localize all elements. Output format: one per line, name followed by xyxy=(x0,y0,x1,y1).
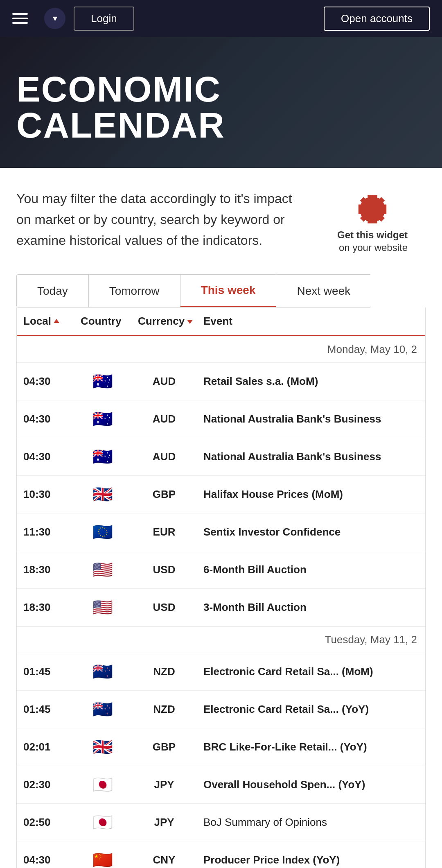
cell-currency: USD xyxy=(131,592,197,623)
cell-currency: EUR xyxy=(131,517,197,547)
cell-currency: AUD xyxy=(131,404,197,434)
calendar-table: Local Country Currency Event Monday, May… xyxy=(16,307,426,868)
cell-event: BoJ Summary of Opinions xyxy=(197,807,425,838)
sort-arrow-up-icon xyxy=(54,319,59,323)
table-row: 01:45 🇳🇿 NZD Electronic Card Retail Sa..… xyxy=(17,653,425,691)
cell-flag: 🇳🇿 xyxy=(74,653,131,690)
cell-currency: NZD xyxy=(131,694,197,725)
cell-time: 02:30 xyxy=(17,769,74,800)
cell-time: 01:45 xyxy=(17,656,74,687)
cell-event: 3-Month Bill Auction xyxy=(197,592,425,623)
cell-flag: 🇪🇺 xyxy=(74,513,131,551)
cell-time: 04:30 xyxy=(17,366,74,397)
cell-event: Producer Price Index (YoY) xyxy=(197,845,425,868)
cell-time: 02:01 xyxy=(17,732,74,762)
cell-flag: 🇺🇸 xyxy=(74,589,131,626)
header-currency[interactable]: Currency xyxy=(131,315,197,328)
cell-currency: JPY xyxy=(131,769,197,800)
open-accounts-button[interactable]: Open accounts xyxy=(324,7,430,31)
table-row: 02:01 🇬🇧 GBP BRC Like-For-Like Retail...… xyxy=(17,728,425,766)
table-header: Local Country Currency Event xyxy=(17,307,425,336)
header-event: Event xyxy=(197,315,425,328)
cell-event: National Australia Bank's Business xyxy=(197,404,425,434)
table-row: 04:30 🇦🇺 AUD National Australia Bank's B… xyxy=(17,400,425,438)
cell-flag: 🇯🇵 xyxy=(74,766,131,803)
table-row: 11:30 🇪🇺 EUR Sentix Investor Confidence xyxy=(17,513,425,551)
tabs-container: Today Tomorrow This week Next week xyxy=(0,274,442,307)
cell-event: Sentix Investor Confidence xyxy=(197,517,425,547)
cell-flag: 🇦🇺 xyxy=(74,438,131,475)
cell-currency: CNY xyxy=(131,845,197,868)
cell-time: 01:45 xyxy=(17,694,74,725)
cell-event: Electronic Card Retail Sa... (YoY) xyxy=(197,694,425,725)
cell-flag: 🇦🇺 xyxy=(74,363,131,400)
cell-event: BRC Like-For-Like Retail... (YoY) xyxy=(197,732,425,762)
hero-section: ECONOMIC CALENDAR xyxy=(0,37,442,168)
cell-flag: 🇬🇧 xyxy=(74,476,131,513)
cell-time: 11:30 xyxy=(17,517,74,547)
day-separator-tuesday: Tuesday, May 11, 2 xyxy=(17,626,425,653)
cell-flag: 🇳🇿 xyxy=(74,691,131,728)
cell-currency: NZD xyxy=(131,656,197,687)
gear-icon xyxy=(354,188,391,225)
cell-event: Electronic Card Retail Sa... (MoM) xyxy=(197,656,425,687)
cell-time: 04:30 xyxy=(17,441,74,472)
cell-event: Halifax House Prices (MoM) xyxy=(197,479,425,510)
widget-promo-label: Get this widget on your website xyxy=(337,228,408,254)
cell-currency: AUD xyxy=(131,366,197,397)
navbar: ▾ Login Open accounts xyxy=(0,0,442,37)
table-row: 02:50 🇯🇵 JPY BoJ Summary of Opinions xyxy=(17,804,425,841)
cell-event: 6-Month Bill Auction xyxy=(197,554,425,585)
cell-currency: USD xyxy=(131,554,197,585)
page-title: ECONOMIC CALENDAR xyxy=(16,71,225,143)
tab-this-week[interactable]: This week xyxy=(180,275,277,307)
cell-currency: GBP xyxy=(131,732,197,762)
cell-flag: 🇺🇸 xyxy=(74,551,131,588)
table-row: 04:30 🇦🇺 AUD Retail Sales s.a. (MoM) xyxy=(17,363,425,400)
cell-event: Retail Sales s.a. (MoM) xyxy=(197,366,425,397)
tabs: Today Tomorrow This week Next week xyxy=(16,274,371,307)
description-section: You may filter the data accordingly to i… xyxy=(0,168,442,274)
chevron-down-icon: ▾ xyxy=(53,13,57,24)
cell-event: Overall Household Spen... (YoY) xyxy=(197,769,425,800)
tab-today[interactable]: Today xyxy=(17,275,89,307)
cell-flag: 🇬🇧 xyxy=(74,728,131,766)
table-row: 01:45 🇳🇿 NZD Electronic Card Retail Sa..… xyxy=(17,691,425,728)
cell-flag: 🇯🇵 xyxy=(74,804,131,841)
description-text: You may filter the data accordingly to i… xyxy=(16,188,303,251)
cell-time: 10:30 xyxy=(17,479,74,510)
tab-next-week[interactable]: Next week xyxy=(276,275,371,307)
header-local[interactable]: Local xyxy=(17,315,74,328)
hamburger-menu[interactable] xyxy=(12,13,28,24)
cell-flag: 🇦🇺 xyxy=(74,400,131,438)
cell-event: National Australia Bank's Business xyxy=(197,441,425,472)
dropdown-button[interactable]: ▾ xyxy=(44,8,65,29)
widget-promo[interactable]: Get this widget on your website xyxy=(319,188,426,254)
login-button[interactable]: Login xyxy=(74,7,134,31)
tab-tomorrow[interactable]: Tomorrow xyxy=(89,275,180,307)
day-separator-monday: Monday, May 10, 2 xyxy=(17,336,425,363)
cell-time: 04:30 xyxy=(17,845,74,868)
table-row: 18:30 🇺🇸 USD 6-Month Bill Auction xyxy=(17,551,425,589)
header-country[interactable]: Country xyxy=(74,315,131,328)
cell-currency: AUD xyxy=(131,441,197,472)
table-row: 10:30 🇬🇧 GBP Halifax House Prices (MoM) xyxy=(17,476,425,513)
cell-time: 18:30 xyxy=(17,592,74,623)
table-row: 04:30 🇨🇳 CNY Producer Price Index (YoY) xyxy=(17,841,425,868)
cell-time: 18:30 xyxy=(17,554,74,585)
table-row: 04:30 🇦🇺 AUD National Australia Bank's B… xyxy=(17,438,425,476)
cell-currency: JPY xyxy=(131,807,197,838)
table-row: 18:30 🇺🇸 USD 3-Month Bill Auction xyxy=(17,589,425,626)
cell-time: 04:30 xyxy=(17,404,74,434)
cell-flag: 🇨🇳 xyxy=(74,841,131,868)
table-row: 02:30 🇯🇵 JPY Overall Household Spen... (… xyxy=(17,766,425,804)
cell-time: 02:50 xyxy=(17,807,74,838)
sort-arrow-down-icon xyxy=(187,320,193,324)
cell-currency: GBP xyxy=(131,479,197,510)
